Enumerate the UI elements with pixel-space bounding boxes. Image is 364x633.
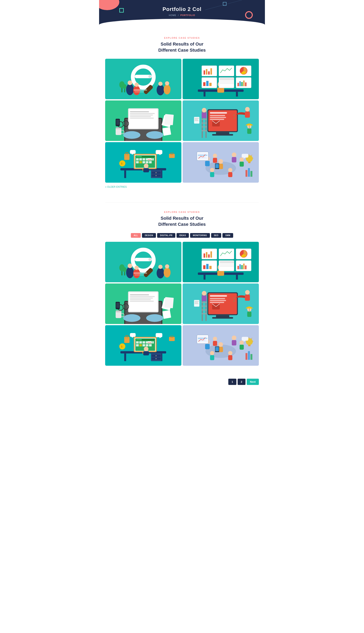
svg-rect-41	[220, 82, 234, 83]
svg-rect-234	[116, 310, 121, 312]
svg-rect-340	[248, 351, 250, 360]
svg-rect-275	[124, 353, 126, 361]
svg-rect-166	[246, 170, 247, 177]
svg-point-58	[123, 131, 140, 139]
search-illustration-2	[105, 242, 182, 282]
page-1-button[interactable]: 1	[228, 379, 236, 385]
filter-tab-smm[interactable]: SMM	[222, 233, 233, 238]
portfolio-item-team-1[interactable]	[182, 142, 259, 183]
svg-rect-259	[202, 306, 207, 307]
svg-rect-21	[204, 92, 206, 97]
portfolio-item-ecommerce-2[interactable]: NOW $	[105, 325, 182, 366]
svg-point-184	[164, 268, 170, 277]
svg-rect-47	[245, 82, 246, 86]
svg-rect-144	[205, 161, 210, 166]
svg-point-8	[134, 83, 139, 87]
portfolio-item-team-2[interactable]	[182, 325, 259, 366]
svg-rect-75	[210, 112, 227, 114]
svg-point-301	[144, 346, 148, 351]
svg-rect-226	[130, 294, 149, 295]
svg-rect-117	[142, 158, 145, 161]
svg-rect-74	[212, 134, 233, 136]
filter-tab-design[interactable]: DESIGN	[142, 233, 156, 238]
svg-rect-342	[242, 337, 248, 341]
svg-rect-115	[136, 158, 139, 161]
svg-rect-197	[218, 270, 224, 276]
svg-rect-99	[194, 120, 198, 121]
svg-rect-42	[220, 83, 234, 84]
portfolio-item-search-1[interactable]	[105, 59, 182, 99]
svg-rect-86	[202, 123, 207, 124]
svg-point-155	[228, 168, 232, 172]
filter-tab-all[interactable]: ALL	[131, 233, 141, 238]
svg-point-89	[202, 108, 206, 113]
breadcrumb-home-link[interactable]: HOME	[169, 14, 176, 17]
svg-rect-34	[210, 68, 212, 75]
filter-tab-monitoring[interactable]: MONITORING	[190, 233, 210, 238]
svg-rect-78	[210, 119, 224, 120]
svg-rect-123	[136, 161, 139, 163]
svg-point-10	[158, 82, 162, 86]
portfolio-item-ecommerce-1[interactable]: NOW $	[105, 142, 182, 183]
svg-point-280	[156, 355, 157, 356]
svg-point-262	[202, 291, 206, 296]
next-page-button[interactable]: Next	[247, 379, 259, 385]
svg-point-59	[146, 131, 164, 139]
svg-point-151	[218, 159, 223, 164]
svg-point-322	[240, 340, 244, 345]
page-title: Portfolio 2 Col	[103, 6, 261, 12]
portfolio-item-checklist-2[interactable]: ✓ ✓	[182, 284, 259, 324]
svg-rect-90	[202, 113, 207, 118]
svg-rect-53	[130, 111, 149, 112]
svg-point-181	[134, 266, 139, 270]
svg-rect-310	[156, 333, 162, 337]
filter-tabs: ALL DESIGN DIGITAL-PR IDEAS MONITORING S…	[105, 233, 259, 238]
svg-rect-242	[116, 303, 119, 308]
svg-rect-249	[210, 298, 225, 299]
svg-point-326	[210, 351, 214, 355]
svg-rect-290	[142, 341, 145, 343]
svg-rect-227	[130, 296, 155, 297]
svg-point-305	[128, 337, 128, 338]
svg-rect-270	[194, 301, 199, 302]
svg-rect-39	[220, 78, 234, 80]
svg-text:✓: ✓	[233, 114, 236, 117]
section-portfolio-2: EXPLORE CASE STUDIES Solid Results of Ou…	[99, 203, 265, 374]
svg-rect-97	[194, 118, 199, 119]
svg-point-264	[245, 290, 250, 295]
svg-rect-317	[205, 344, 210, 349]
svg-rect-129	[144, 168, 149, 172]
svg-rect-293	[152, 341, 154, 343]
svg-rect-251	[210, 302, 224, 303]
svg-point-16	[123, 84, 126, 89]
svg-point-153	[210, 168, 214, 172]
page-2-button[interactable]: 2	[238, 379, 246, 385]
portfolio-item-analytics-2[interactable]	[182, 242, 259, 282]
portfolio-item-analytics-1[interactable]	[182, 59, 259, 99]
svg-rect-69	[116, 120, 119, 125]
portfolio-item-typing-1[interactable]	[105, 100, 182, 141]
portfolio-item-checklist-1[interactable]: ✓ ✓	[182, 100, 259, 141]
svg-rect-158	[198, 153, 207, 160]
svg-point-145	[213, 154, 217, 158]
filter-tab-seo[interactable]: SEO	[211, 233, 222, 238]
portfolio-item-search-2[interactable]	[105, 242, 182, 282]
svg-point-179	[128, 264, 132, 268]
svg-rect-213	[220, 263, 234, 264]
svg-rect-289	[139, 341, 142, 343]
svg-rect-308	[130, 333, 136, 337]
older-entries-link[interactable]: « OLDER ENTRIES	[105, 185, 259, 188]
svg-rect-57	[130, 118, 154, 119]
svg-rect-126	[146, 161, 148, 163]
portfolio-item-typing-2[interactable]	[105, 284, 182, 324]
svg-point-185	[165, 264, 169, 269]
svg-point-128	[144, 164, 148, 168]
svg-rect-220	[245, 266, 246, 269]
svg-point-189	[123, 267, 126, 272]
filter-tab-ideas[interactable]: IDEAS	[176, 233, 189, 238]
svg-rect-54	[130, 113, 155, 114]
svg-point-318	[213, 337, 217, 341]
svg-rect-167	[248, 168, 250, 177]
svg-rect-211	[209, 266, 212, 269]
filter-tab-digital-pr[interactable]: DIGITAL-PR	[157, 233, 175, 238]
